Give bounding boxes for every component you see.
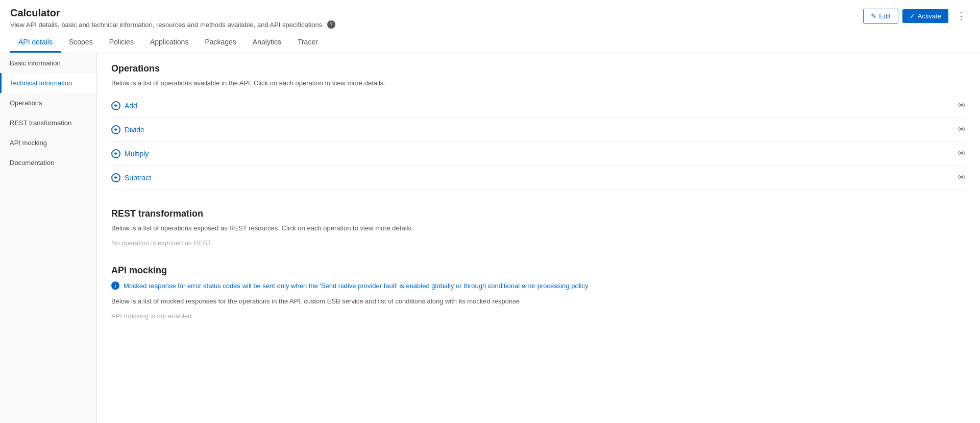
rest-transformation-no-content: No operation is exposed as REST <box>111 239 966 247</box>
operation-subtract-label: Subtract <box>125 174 151 182</box>
tab-scopes[interactable]: Scopes <box>61 34 101 53</box>
operation-add-label: Add <box>125 102 137 110</box>
header-actions: ✎ Edit ✓ Activate ⋮ <box>863 7 970 25</box>
tab-analytics[interactable]: Analytics <box>244 34 289 53</box>
tab-policies[interactable]: Policies <box>101 34 142 53</box>
sidebar: Basic information Technical information … <box>0 53 97 423</box>
api-mocking-description: Below is a list of mocked responses for … <box>111 297 966 305</box>
view-icon[interactable]: 👁 <box>958 125 966 134</box>
divide-circle-icon: + <box>111 125 120 134</box>
rest-transformation-section: REST transformation Below is a list of o… <box>111 208 966 247</box>
sidebar-item-operations[interactable]: Operations <box>0 93 96 113</box>
operations-description: Below is a list of operations available … <box>111 79 966 87</box>
rest-transformation-description: Below is a list of operations exposed as… <box>111 224 966 232</box>
view-icon[interactable]: 👁 <box>958 101 966 110</box>
multiply-circle-icon: + <box>111 149 120 158</box>
operation-multiply-label: Multiply <box>125 150 149 158</box>
info-icon: i <box>111 281 119 290</box>
main-content: Operations Below is a list of operations… <box>97 53 980 423</box>
tab-applications[interactable]: Applications <box>142 34 197 53</box>
operations-list: + Add 👁 + Divide 👁 + Multiply <box>111 94 966 190</box>
check-icon: ✓ <box>910 12 915 20</box>
tab-tracer[interactable]: Tracer <box>289 34 326 53</box>
operation-divide-label: Divide <box>125 126 144 134</box>
operations-title: Operations <box>111 63 966 74</box>
api-mocking-no-content: API mocking is not enabled <box>111 312 966 320</box>
api-mocking-title: API mocking <box>111 265 966 276</box>
more-options-button[interactable]: ⋮ <box>952 7 970 25</box>
tab-nav: API details Scopes Policies Applications… <box>10 34 970 53</box>
operations-section: Operations Below is a list of operations… <box>111 63 966 190</box>
sidebar-item-documentation[interactable]: Documentation <box>0 153 96 173</box>
sidebar-item-api-mocking[interactable]: API mocking <box>0 133 96 153</box>
edit-button[interactable]: ✎ Edit <box>863 9 898 24</box>
operation-multiply[interactable]: + Multiply 👁 <box>111 142 966 166</box>
activate-button[interactable]: ✓ Activate <box>902 9 948 23</box>
tab-packages[interactable]: Packages <box>197 34 244 53</box>
sidebar-item-rest-transformation[interactable]: REST transformation <box>0 113 96 133</box>
help-icon[interactable]: ? <box>327 20 335 29</box>
operation-add[interactable]: + Add 👁 <box>111 94 966 118</box>
api-mocking-info-text: Mocked response for error status codes w… <box>124 281 588 291</box>
add-circle-icon: + <box>111 101 120 110</box>
sidebar-item-technical-information[interactable]: Technical information <box>0 73 96 93</box>
tab-api-details[interactable]: API details <box>10 34 61 53</box>
operation-divide[interactable]: + Divide 👁 <box>111 118 966 142</box>
rest-transformation-title: REST transformation <box>111 208 966 219</box>
operation-subtract[interactable]: + Subtract 👁 <box>111 166 966 190</box>
page-title: Calculator <box>10 7 335 19</box>
view-icon[interactable]: 👁 <box>958 173 966 182</box>
pencil-icon: ✎ <box>871 12 876 20</box>
api-mocking-info-banner: i Mocked response for error status codes… <box>111 281 966 291</box>
subtract-circle-icon: + <box>111 173 120 182</box>
sidebar-item-basic-information[interactable]: Basic information <box>0 53 96 73</box>
page-subtitle: View API details, basic and technical in… <box>10 20 335 29</box>
view-icon[interactable]: 👁 <box>958 149 966 158</box>
api-mocking-section: API mocking i Mocked response for error … <box>111 265 966 320</box>
